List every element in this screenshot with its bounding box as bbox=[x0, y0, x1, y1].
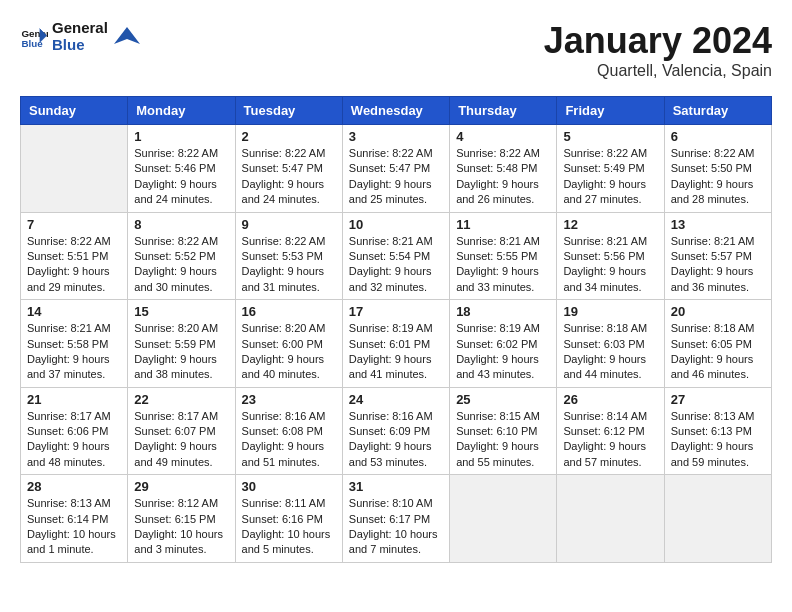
calendar-cell: 19Sunrise: 8:18 AMSunset: 6:03 PMDayligh… bbox=[557, 300, 664, 388]
day-number: 3 bbox=[349, 129, 443, 144]
calendar-cell: 7Sunrise: 8:22 AMSunset: 5:51 PMDaylight… bbox=[21, 212, 128, 300]
day-number: 16 bbox=[242, 304, 336, 319]
day-info: Sunrise: 8:19 AMSunset: 6:01 PMDaylight:… bbox=[349, 321, 443, 383]
day-info: Sunrise: 8:21 AMSunset: 5:56 PMDaylight:… bbox=[563, 234, 657, 296]
day-info: Sunrise: 8:18 AMSunset: 6:05 PMDaylight:… bbox=[671, 321, 765, 383]
day-number: 9 bbox=[242, 217, 336, 232]
day-number: 18 bbox=[456, 304, 550, 319]
header-saturday: Saturday bbox=[664, 97, 771, 125]
day-info: Sunrise: 8:13 AMSunset: 6:13 PMDaylight:… bbox=[671, 409, 765, 471]
calendar-cell: 13Sunrise: 8:21 AMSunset: 5:57 PMDayligh… bbox=[664, 212, 771, 300]
day-number: 11 bbox=[456, 217, 550, 232]
week-row-3: 14Sunrise: 8:21 AMSunset: 5:58 PMDayligh… bbox=[21, 300, 772, 388]
day-info: Sunrise: 8:17 AMSunset: 6:07 PMDaylight:… bbox=[134, 409, 228, 471]
day-info: Sunrise: 8:21 AMSunset: 5:54 PMDaylight:… bbox=[349, 234, 443, 296]
calendar-cell: 2Sunrise: 8:22 AMSunset: 5:47 PMDaylight… bbox=[235, 125, 342, 213]
day-number: 22 bbox=[134, 392, 228, 407]
day-info: Sunrise: 8:18 AMSunset: 6:03 PMDaylight:… bbox=[563, 321, 657, 383]
day-number: 25 bbox=[456, 392, 550, 407]
day-number: 15 bbox=[134, 304, 228, 319]
calendar-cell: 10Sunrise: 8:21 AMSunset: 5:54 PMDayligh… bbox=[342, 212, 449, 300]
header-friday: Friday bbox=[557, 97, 664, 125]
location: Quartell, Valencia, Spain bbox=[544, 62, 772, 80]
day-number: 12 bbox=[563, 217, 657, 232]
day-info: Sunrise: 8:21 AMSunset: 5:57 PMDaylight:… bbox=[671, 234, 765, 296]
day-number: 7 bbox=[27, 217, 121, 232]
header-sunday: Sunday bbox=[21, 97, 128, 125]
day-number: 2 bbox=[242, 129, 336, 144]
calendar-cell: 26Sunrise: 8:14 AMSunset: 6:12 PMDayligh… bbox=[557, 387, 664, 475]
calendar-cell: 27Sunrise: 8:13 AMSunset: 6:13 PMDayligh… bbox=[664, 387, 771, 475]
day-number: 13 bbox=[671, 217, 765, 232]
calendar-cell: 22Sunrise: 8:17 AMSunset: 6:07 PMDayligh… bbox=[128, 387, 235, 475]
day-info: Sunrise: 8:21 AMSunset: 5:58 PMDaylight:… bbox=[27, 321, 121, 383]
calendar-cell: 21Sunrise: 8:17 AMSunset: 6:06 PMDayligh… bbox=[21, 387, 128, 475]
calendar-cell: 29Sunrise: 8:12 AMSunset: 6:15 PMDayligh… bbox=[128, 475, 235, 563]
day-info: Sunrise: 8:16 AMSunset: 6:08 PMDaylight:… bbox=[242, 409, 336, 471]
day-number: 6 bbox=[671, 129, 765, 144]
day-number: 4 bbox=[456, 129, 550, 144]
logo-icon: General Blue bbox=[20, 23, 48, 51]
calendar-cell: 4Sunrise: 8:22 AMSunset: 5:48 PMDaylight… bbox=[450, 125, 557, 213]
logo: General Blue General Blue bbox=[20, 20, 142, 53]
day-info: Sunrise: 8:22 AMSunset: 5:46 PMDaylight:… bbox=[134, 146, 228, 208]
header-thursday: Thursday bbox=[450, 97, 557, 125]
logo-bird-icon bbox=[112, 22, 142, 52]
calendar-cell: 30Sunrise: 8:11 AMSunset: 6:16 PMDayligh… bbox=[235, 475, 342, 563]
calendar-cell: 20Sunrise: 8:18 AMSunset: 6:05 PMDayligh… bbox=[664, 300, 771, 388]
day-info: Sunrise: 8:22 AMSunset: 5:47 PMDaylight:… bbox=[242, 146, 336, 208]
logo-blue: Blue bbox=[52, 36, 85, 53]
header-tuesday: Tuesday bbox=[235, 97, 342, 125]
week-row-4: 21Sunrise: 8:17 AMSunset: 6:06 PMDayligh… bbox=[21, 387, 772, 475]
day-info: Sunrise: 8:15 AMSunset: 6:10 PMDaylight:… bbox=[456, 409, 550, 471]
calendar-cell: 3Sunrise: 8:22 AMSunset: 5:47 PMDaylight… bbox=[342, 125, 449, 213]
day-info: Sunrise: 8:10 AMSunset: 6:17 PMDaylight:… bbox=[349, 496, 443, 558]
calendar-cell: 1Sunrise: 8:22 AMSunset: 5:46 PMDaylight… bbox=[128, 125, 235, 213]
day-info: Sunrise: 8:12 AMSunset: 6:15 PMDaylight:… bbox=[134, 496, 228, 558]
day-info: Sunrise: 8:22 AMSunset: 5:47 PMDaylight:… bbox=[349, 146, 443, 208]
calendar-cell: 16Sunrise: 8:20 AMSunset: 6:00 PMDayligh… bbox=[235, 300, 342, 388]
calendar-cell: 28Sunrise: 8:13 AMSunset: 6:14 PMDayligh… bbox=[21, 475, 128, 563]
calendar-cell: 24Sunrise: 8:16 AMSunset: 6:09 PMDayligh… bbox=[342, 387, 449, 475]
calendar-cell bbox=[557, 475, 664, 563]
day-info: Sunrise: 8:22 AMSunset: 5:52 PMDaylight:… bbox=[134, 234, 228, 296]
calendar-cell: 17Sunrise: 8:19 AMSunset: 6:01 PMDayligh… bbox=[342, 300, 449, 388]
day-number: 31 bbox=[349, 479, 443, 494]
logo-general: General bbox=[52, 19, 108, 36]
day-info: Sunrise: 8:20 AMSunset: 5:59 PMDaylight:… bbox=[134, 321, 228, 383]
title-block: January 2024 Quartell, Valencia, Spain bbox=[544, 20, 772, 80]
calendar-cell: 31Sunrise: 8:10 AMSunset: 6:17 PMDayligh… bbox=[342, 475, 449, 563]
day-number: 19 bbox=[563, 304, 657, 319]
header-monday: Monday bbox=[128, 97, 235, 125]
day-number: 14 bbox=[27, 304, 121, 319]
calendar-cell: 9Sunrise: 8:22 AMSunset: 5:53 PMDaylight… bbox=[235, 212, 342, 300]
day-info: Sunrise: 8:20 AMSunset: 6:00 PMDaylight:… bbox=[242, 321, 336, 383]
day-number: 29 bbox=[134, 479, 228, 494]
header-row: SundayMondayTuesdayWednesdayThursdayFrid… bbox=[21, 97, 772, 125]
svg-text:Blue: Blue bbox=[21, 37, 43, 48]
header-wednesday: Wednesday bbox=[342, 97, 449, 125]
day-number: 1 bbox=[134, 129, 228, 144]
day-info: Sunrise: 8:19 AMSunset: 6:02 PMDaylight:… bbox=[456, 321, 550, 383]
calendar-cell bbox=[21, 125, 128, 213]
day-info: Sunrise: 8:14 AMSunset: 6:12 PMDaylight:… bbox=[563, 409, 657, 471]
day-info: Sunrise: 8:17 AMSunset: 6:06 PMDaylight:… bbox=[27, 409, 121, 471]
day-number: 24 bbox=[349, 392, 443, 407]
calendar-cell: 18Sunrise: 8:19 AMSunset: 6:02 PMDayligh… bbox=[450, 300, 557, 388]
calendar-cell bbox=[450, 475, 557, 563]
day-number: 30 bbox=[242, 479, 336, 494]
day-number: 20 bbox=[671, 304, 765, 319]
calendar-cell bbox=[664, 475, 771, 563]
day-number: 17 bbox=[349, 304, 443, 319]
day-info: Sunrise: 8:16 AMSunset: 6:09 PMDaylight:… bbox=[349, 409, 443, 471]
week-row-1: 1Sunrise: 8:22 AMSunset: 5:46 PMDaylight… bbox=[21, 125, 772, 213]
calendar-cell: 8Sunrise: 8:22 AMSunset: 5:52 PMDaylight… bbox=[128, 212, 235, 300]
month-title: January 2024 bbox=[544, 20, 772, 62]
calendar-cell: 5Sunrise: 8:22 AMSunset: 5:49 PMDaylight… bbox=[557, 125, 664, 213]
day-number: 23 bbox=[242, 392, 336, 407]
week-row-2: 7Sunrise: 8:22 AMSunset: 5:51 PMDaylight… bbox=[21, 212, 772, 300]
day-info: Sunrise: 8:22 AMSunset: 5:48 PMDaylight:… bbox=[456, 146, 550, 208]
calendar-cell: 11Sunrise: 8:21 AMSunset: 5:55 PMDayligh… bbox=[450, 212, 557, 300]
day-number: 5 bbox=[563, 129, 657, 144]
calendar-cell: 15Sunrise: 8:20 AMSunset: 5:59 PMDayligh… bbox=[128, 300, 235, 388]
